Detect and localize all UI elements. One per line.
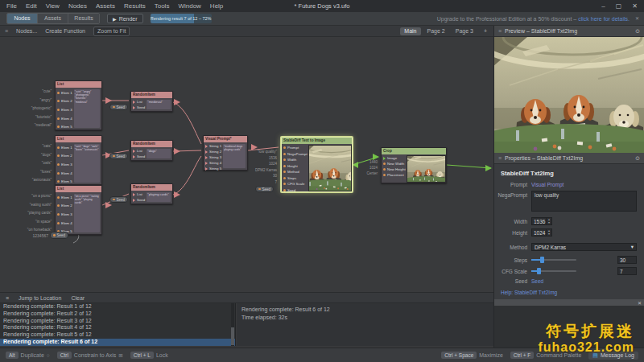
page-tab-2[interactable]: Page 2 (423, 27, 449, 35)
port-icon[interactable] (57, 100, 60, 102)
menu-file[interactable]: File (6, 2, 17, 10)
node-visual-prompt[interactable]: Visual Prompt* String 1 String 2 String … (203, 135, 248, 171)
clear-button[interactable]: Clear (71, 295, 85, 301)
page-tab-3[interactable]: Page 3 (452, 27, 477, 35)
port-icon[interactable] (383, 168, 386, 171)
port-icon[interactable] (283, 165, 286, 167)
toolbar-item-nodes[interactable]: Nodes... (16, 28, 37, 34)
port-icon[interactable] (57, 125, 60, 128)
port-icon[interactable] (57, 146, 60, 149)
seed-reference-pill[interactable]: Seed (109, 104, 128, 110)
log-entry[interactable]: Rendering complete: Result 4 of 12 (0, 324, 235, 331)
seed-link[interactable]: Seed (531, 278, 543, 284)
seed-reference-pill[interactable]: Seed (255, 186, 274, 192)
port-icon[interactable] (133, 150, 135, 153)
node-list-2[interactable]: List Elem 1 Elem 2 Elem 3 Elem 4 Elem 5 … (55, 135, 102, 185)
port-icon[interactable] (57, 163, 60, 166)
node-randomitem-3[interactable]: RandomItem List Seed "playing cards" (130, 183, 173, 204)
port-icon[interactable] (283, 146, 286, 149)
port-icon[interactable] (283, 171, 286, 173)
port-icon[interactable] (205, 162, 208, 165)
properties-panel-header[interactable]: ≡ Properties – StableDiff Txt2Img ⊙ (494, 153, 644, 164)
log-entry-selected[interactable]: Rendering complete: Result 6 of 12 (0, 339, 235, 346)
node-crop[interactable]: Crop Image New Width New Height Placemen… (381, 147, 447, 183)
port-icon[interactable] (57, 204, 60, 207)
node-seed[interactable]: Seed (50, 232, 68, 239)
tab-nodes[interactable]: Nodes (7, 14, 38, 23)
log-entry[interactable]: Rendering complete: Result 5 of 12 (0, 331, 235, 339)
node-list-1[interactable]: List Elem 1 Elem 2 Elem 3 Elem 4 Elem 5 … (55, 80, 102, 130)
menu-assets[interactable]: Assets (96, 2, 115, 10)
hamburger-icon[interactable]: ≡ (5, 28, 8, 34)
port-icon[interactable] (283, 153, 286, 155)
port-icon[interactable] (205, 150, 208, 154)
hamburger-icon[interactable]: ≡ (6, 295, 9, 301)
negaprompt-textarea[interactable]: low quality (531, 191, 637, 212)
log-entry[interactable]: Rendering complete: Result 2 of 12 (0, 311, 235, 318)
method-dropdown[interactable]: DPM2 Karras ▾ (531, 243, 637, 251)
port-icon[interactable] (383, 162, 386, 165)
log-entry[interactable]: Rendering complete: Result 1 of 12 (0, 303, 235, 311)
render-button[interactable]: ▶ Render (107, 14, 143, 23)
port-icon[interactable] (57, 213, 60, 216)
port-icon[interactable] (383, 174, 386, 176)
port-icon[interactable] (57, 109, 60, 111)
pin-icon[interactable]: ⊙ (635, 28, 640, 35)
menu-view[interactable]: View (46, 2, 60, 10)
maximize-icon[interactable]: ▢ (616, 2, 622, 10)
hamburger-icon[interactable]: ≡ (498, 28, 502, 34)
port-icon[interactable] (283, 189, 286, 191)
port-icon[interactable] (133, 106, 135, 109)
toolbar-item-zoom-to-fit[interactable]: Zoom to Fit (93, 27, 130, 36)
toolbar-item-create-function[interactable]: Create Function (45, 28, 85, 34)
seed-reference-pill[interactable]: Seed (109, 153, 128, 159)
node-randomitem-2[interactable]: RandomItem List Seed "dogs" (130, 140, 173, 161)
port-icon[interactable] (133, 193, 135, 196)
port-icon[interactable] (57, 92, 60, 94)
port-icon[interactable] (205, 167, 208, 171)
spinner-icon[interactable]: ▴▾ (546, 229, 551, 236)
node-randomitem-1[interactable]: RandomItem List Seed "medieval" (130, 91, 173, 112)
port-icon[interactable] (133, 199, 135, 202)
tab-assets[interactable]: Assets (38, 14, 68, 23)
seed-reference-pill[interactable]: Seed (109, 196, 128, 203)
close-icon[interactable]: ✕ (638, 300, 642, 306)
prompt-link[interactable]: Visual Prompt (531, 182, 564, 187)
upgrade-link[interactable]: click here for details. (578, 16, 630, 22)
dismiss-icon[interactable]: ✕ (635, 16, 639, 21)
menu-results[interactable]: Results (124, 2, 146, 10)
menu-window[interactable]: Window (178, 2, 200, 10)
port-icon[interactable] (57, 154, 60, 157)
preview-panel-header[interactable]: ≡ Preview – StableDiff Txt2Img ⊙ (494, 26, 644, 37)
add-page-icon[interactable]: + (480, 27, 491, 35)
port-icon[interactable] (57, 172, 60, 175)
page-tab-main[interactable]: Main (400, 27, 420, 35)
steps-slider[interactable] (531, 259, 576, 261)
port-icon[interactable] (57, 180, 60, 183)
node-list-3[interactable]: List Elem 1 Elem 2 Elem 3 Elem 4 Elem 5 … (55, 185, 102, 235)
cfg-scale-slider[interactable] (531, 270, 576, 272)
menu-tools[interactable]: Tools (155, 2, 170, 10)
steps-value-input[interactable]: 30 (617, 256, 637, 264)
tab-results[interactable]: Results (68, 14, 99, 23)
minimize-icon[interactable]: – (601, 2, 605, 10)
port-icon[interactable] (383, 157, 386, 160)
width-input[interactable]: 1536 ▴▾ (531, 217, 552, 225)
port-icon[interactable] (57, 196, 60, 199)
port-icon[interactable] (283, 183, 286, 185)
port-icon[interactable] (205, 156, 208, 159)
menu-help[interactable]: Help (210, 2, 223, 10)
jump-to-location-button[interactable]: Jump to Location (19, 295, 61, 301)
port-icon[interactable] (283, 158, 286, 161)
port-icon[interactable] (205, 145, 208, 148)
cfg-scale-value-input[interactable]: 7 (617, 267, 637, 275)
port-icon[interactable] (133, 101, 135, 104)
port-icon[interactable] (283, 177, 286, 179)
spinner-icon[interactable]: ▴▾ (546, 218, 551, 224)
height-input[interactable]: 1024 ▴▾ (531, 228, 552, 237)
pin-icon[interactable]: ⊙ (635, 155, 640, 162)
port-icon[interactable] (57, 117, 60, 120)
node-canvas[interactable]: "cute""angry""photogenic""futuristic""me… (0, 37, 493, 292)
menu-nodes[interactable]: Nodes (68, 2, 87, 10)
log-entry[interactable]: Rendering complete: Result 3 of 12 (0, 318, 235, 325)
